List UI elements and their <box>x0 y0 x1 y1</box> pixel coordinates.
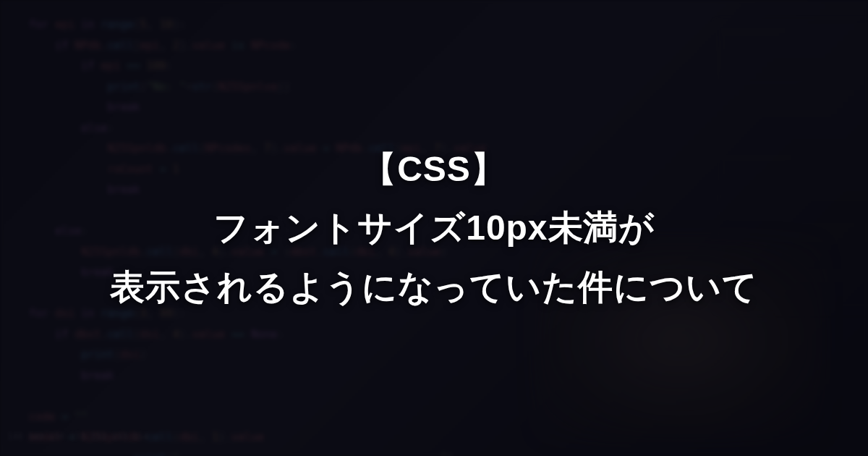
title-container: 【CSS】 フォントサイズ10px未満が 表示されるようになっていた件について <box>0 0 868 456</box>
title-line-2: フォントサイズ10px未満が <box>213 198 655 258</box>
title-line-1: 【CSS】 <box>362 140 506 199</box>
title-line-3: 表示されるようになっていた件について <box>110 258 758 317</box>
